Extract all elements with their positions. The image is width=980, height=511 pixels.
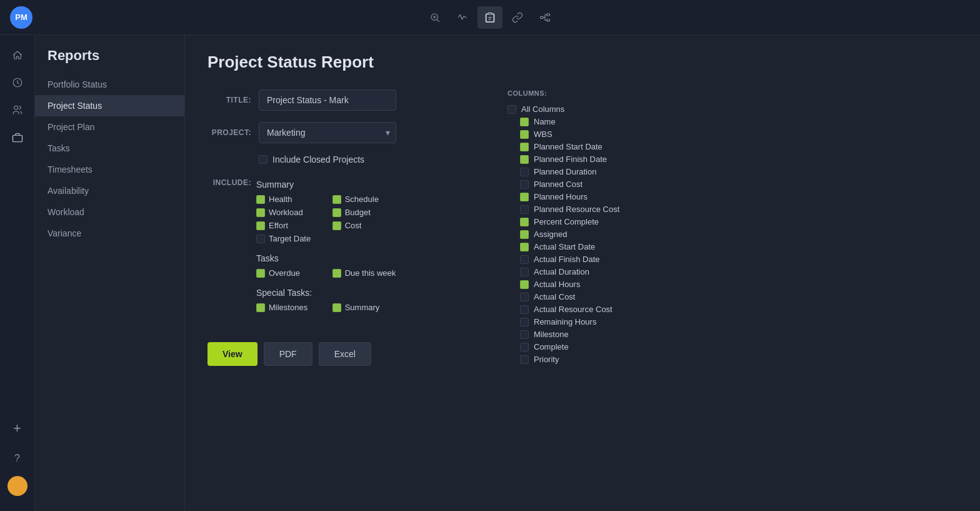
planned-hours-checkbox[interactable] [520,193,529,201]
all-columns-checkbox[interactable] [508,105,516,114]
milestone-checkbox[interactable] [520,330,529,339]
schedule-label: Schedule [345,195,379,204]
percent-complete-checkbox[interactable] [520,218,529,226]
milestone-label: Milestone [534,330,569,339]
tasks-header: Tasks [256,253,396,263]
toolbar-icons [422,6,558,29]
complete-checkbox[interactable] [520,343,529,352]
actual-start-date-checkbox[interactable] [520,243,529,251]
form-area: TITLE: PROJECT: Marketing Development Sa… [208,89,958,366]
svg-rect-4 [488,13,492,14]
budget-checkbox[interactable] [332,208,341,217]
sidebar-item-tasks[interactable]: Tasks [35,138,184,159]
help-icon[interactable]: ? [5,446,30,471]
col-planned-finish-date: Planned Finish Date [520,154,952,164]
actual-hours-checkbox[interactable] [520,280,529,289]
name-label: Name [534,117,556,126]
include-health: Health [256,195,320,204]
add-icon[interactable]: + [5,416,30,441]
excel-button[interactable]: Excel [319,342,371,366]
overdue-checkbox[interactable] [256,269,265,278]
planned-start-date-label: Planned Start Date [534,142,602,151]
sidebar-item-variance[interactable]: Variance [35,223,184,244]
col-wbs: WBS [520,129,952,139]
planned-cost-checkbox[interactable] [520,180,529,189]
sidebar-item-workload[interactable]: Workload [35,201,184,223]
sidebar-item-project-status[interactable]: Project Status [35,95,184,116]
planned-duration-checkbox[interactable] [520,168,529,176]
page-title: Project Status Report [208,53,958,72]
include-schedule: Schedule [332,195,396,204]
priority-checkbox[interactable] [520,355,529,364]
nav-sidebar: Reports Portfolio Status Project Status … [35,35,185,511]
project-row: PROJECT: Marketing Development Sales HR [208,122,470,143]
wbs-checkbox[interactable] [520,130,529,139]
sidebar-item-timesheets[interactable]: Timesheets [35,159,184,180]
activity-icon[interactable] [450,6,475,29]
tasks-grid: Overdue Due this week [256,268,396,278]
home-icon[interactable] [5,43,30,68]
due-this-week-label: Due this week [345,268,396,278]
name-checkbox[interactable] [520,118,529,126]
include-effort: Effort [256,221,320,230]
effort-checkbox[interactable] [256,221,265,230]
actual-finish-date-label: Actual Finish Date [534,255,600,264]
sidebar-item-availability[interactable]: Availability [35,180,184,201]
planned-finish-date-checkbox[interactable] [520,155,529,164]
svg-rect-9 [547,19,550,21]
columns-panel: COLUMNS: All Columns Name WBS [508,89,958,366]
special-tasks-header: Special Tasks: [256,288,396,298]
actual-duration-checkbox[interactable] [520,268,529,276]
col-actual-start-date: Actual Start Date [520,242,952,251]
avatar[interactable] [8,476,28,496]
title-input[interactable] [259,89,396,111]
summary-tasks-checkbox[interactable] [332,303,341,312]
columns-label: COLUMNS: [508,89,958,97]
project-select[interactable]: Marketing Development Sales HR [259,122,396,143]
assigned-checkbox[interactable] [520,230,529,239]
main-layout: + ? Reports Portfolio Status Project Sta… [0,35,980,511]
clock-icon[interactable] [5,70,30,95]
complete-label: Complete [534,342,569,352]
link-icon[interactable] [505,6,530,29]
people-icon[interactable] [5,98,30,123]
planned-start-date-checkbox[interactable] [520,143,529,151]
sidebar-item-project-plan[interactable]: Project Plan [35,116,184,138]
search-zoom-icon[interactable] [422,6,448,29]
remaining-hours-checkbox[interactable] [520,318,529,326]
remaining-hours-label: Remaining Hours [534,317,596,326]
include-closed-checkbox[interactable] [259,155,268,164]
include-milestones: Milestones [256,303,320,312]
actual-resource-cost-checkbox[interactable] [520,305,529,314]
budget-label: Budget [345,208,371,217]
view-button[interactable]: View [208,342,258,366]
include-budget: Budget [332,208,396,217]
logo-button[interactable]: PM [10,6,32,29]
planned-resource-cost-checkbox[interactable] [520,205,529,214]
actual-finish-date-checkbox[interactable] [520,255,529,264]
main-content: Project Status Report TITLE: PROJECT: Ma… [185,35,980,511]
special-tasks-grid: Milestones Summary [256,303,396,312]
schedule-checkbox[interactable] [332,195,341,204]
target-date-checkbox[interactable] [256,235,265,243]
clipboard-icon[interactable] [478,6,502,29]
health-checkbox[interactable] [256,195,265,204]
include-closed-row: Include Closed Projects [259,154,470,164]
cost-checkbox[interactable] [332,221,341,230]
pdf-button[interactable]: PDF [264,342,312,366]
col-actual-hours: Actual Hours [520,280,952,289]
actual-duration-label: Actual Duration [534,267,589,276]
percent-complete-label: Percent Complete [534,217,599,226]
actual-cost-checkbox[interactable] [520,293,529,301]
workload-checkbox[interactable] [256,208,265,217]
diagram-icon[interactable] [532,6,558,29]
milestones-checkbox[interactable] [256,303,265,312]
sidebar-item-portfolio-status[interactable]: Portfolio Status [35,74,184,95]
all-columns-label: All Columns [521,104,564,114]
include-summary-tasks: Summary [332,303,396,312]
due-this-week-checkbox[interactable] [332,269,341,278]
actual-start-date-label: Actual Start Date [534,242,595,251]
col-planned-hours: Planned Hours [520,192,952,201]
svg-rect-16 [12,135,22,142]
briefcase-icon[interactable] [5,125,30,150]
